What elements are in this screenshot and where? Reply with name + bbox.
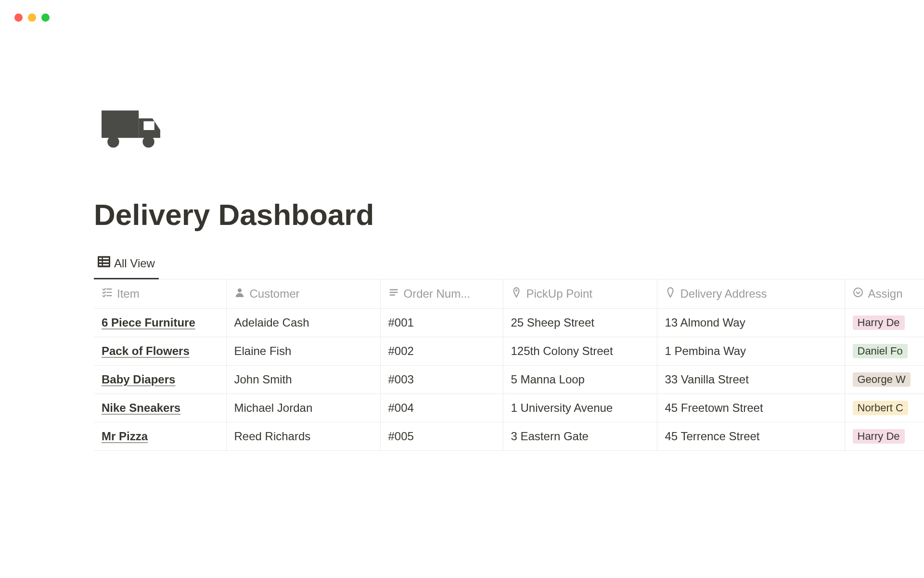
svg-rect-0 xyxy=(102,110,139,138)
cell-delivery[interactable]: 33 Vanilla Street xyxy=(657,366,845,394)
cell-customer[interactable]: Elaine Fish xyxy=(226,337,380,366)
cell-item[interactable]: Nike Sneakers xyxy=(94,394,226,422)
cell-pickup[interactable]: 3 Eastern Gate xyxy=(503,422,657,451)
table-row[interactable]: 6 Piece Furniture Adelaide Cash #001 25 … xyxy=(94,309,924,337)
cell-delivery[interactable]: 45 Terrence Street xyxy=(657,422,845,451)
assignee-tag: Harry De xyxy=(853,315,905,330)
svg-point-2 xyxy=(107,136,119,147)
cell-assigned[interactable]: Norbert C xyxy=(845,394,924,422)
cell-order-number[interactable]: #002 xyxy=(380,337,503,366)
view-tabs: All View xyxy=(94,251,924,279)
pin-icon xyxy=(511,287,522,301)
column-header-customer[interactable]: Customer xyxy=(226,279,380,309)
column-label: Order Num... xyxy=(404,287,471,301)
column-header-order-number[interactable]: Order Num... xyxy=(380,279,503,309)
cell-assigned[interactable]: Harry De xyxy=(845,422,924,451)
svg-point-12 xyxy=(515,289,517,291)
table-row[interactable]: Mr Pizza Reed Richards #005 3 Eastern Ga… xyxy=(94,422,924,451)
assignee-tag: George W xyxy=(853,372,911,387)
cell-item[interactable]: 6 Piece Furniture xyxy=(94,309,226,337)
column-header-item[interactable]: Item xyxy=(94,279,226,309)
cell-delivery[interactable]: 1 Pembina Way xyxy=(657,337,845,366)
column-header-assigned[interactable]: Assign xyxy=(845,279,924,309)
cell-customer[interactable]: Adelaide Cash xyxy=(226,309,380,337)
cell-delivery[interactable]: 13 Almond Way xyxy=(657,309,845,337)
svg-point-8 xyxy=(237,289,241,292)
cell-pickup[interactable]: 1 University Avenue xyxy=(503,394,657,422)
tab-all-view[interactable]: All View xyxy=(94,251,159,279)
table-row[interactable]: Nike Sneakers Michael Jordan #004 1 Univ… xyxy=(94,394,924,422)
minimize-window-button[interactable] xyxy=(28,13,36,22)
column-label: Delivery Address xyxy=(680,287,767,301)
cell-item[interactable]: Mr Pizza xyxy=(94,422,226,451)
cell-order-number[interactable]: #005 xyxy=(380,422,503,451)
cell-customer[interactable]: Michael Jordan xyxy=(226,394,380,422)
cell-assigned[interactable]: Harry De xyxy=(845,309,924,337)
cell-item[interactable]: Baby Diapers xyxy=(94,366,226,394)
svg-rect-1 xyxy=(143,121,154,130)
table-body: 6 Piece Furniture Adelaide Cash #001 25 … xyxy=(94,309,924,451)
cell-order-number[interactable]: #004 xyxy=(380,394,503,422)
svg-rect-4 xyxy=(99,257,110,266)
svg-point-3 xyxy=(142,136,154,147)
column-label: PickUp Point xyxy=(526,287,592,301)
column-label: Assign xyxy=(868,287,903,301)
cell-order-number[interactable]: #001 xyxy=(380,309,503,337)
assignee-tag: Daniel Fo xyxy=(853,344,908,358)
cell-assigned[interactable]: George W xyxy=(845,366,924,394)
checklist-icon xyxy=(102,287,112,301)
truck-icon xyxy=(100,106,162,156)
cell-pickup[interactable]: 5 Manna Loop xyxy=(503,366,657,394)
column-header-pickup[interactable]: PickUp Point xyxy=(503,279,657,309)
svg-point-13 xyxy=(854,288,862,297)
table-row[interactable]: Pack of Flowers Elaine Fish #002 125th C… xyxy=(94,337,924,366)
window-controls xyxy=(14,13,50,22)
dropdown-circle-icon xyxy=(853,287,863,301)
page-title: Delivery Dashboard xyxy=(94,197,924,232)
table-icon xyxy=(98,256,110,271)
close-window-button[interactable] xyxy=(14,13,23,22)
column-header-delivery[interactable]: Delivery Address xyxy=(657,279,845,309)
maximize-window-button[interactable] xyxy=(41,13,50,22)
delivery-table: Item Customer xyxy=(94,279,924,451)
table-row[interactable]: Baby Diapers John Smith #003 5 Manna Loo… xyxy=(94,366,924,394)
cell-item[interactable]: Pack of Flowers xyxy=(94,337,226,366)
assignee-tag: Harry De xyxy=(853,429,905,444)
cell-pickup[interactable]: 25 Sheep Street xyxy=(503,309,657,337)
table-header-row: Item Customer xyxy=(94,279,924,309)
column-label: Item xyxy=(117,287,140,301)
column-label: Customer xyxy=(250,287,300,301)
person-icon xyxy=(234,287,245,301)
cell-customer[interactable]: John Smith xyxy=(226,366,380,394)
text-lines-icon xyxy=(388,287,399,301)
tab-label: All View xyxy=(114,257,155,270)
cell-pickup[interactable]: 125th Colony Street xyxy=(503,337,657,366)
cell-customer[interactable]: Reed Richards xyxy=(226,422,380,451)
location-pin-icon xyxy=(665,287,676,301)
cell-assigned[interactable]: Daniel Fo xyxy=(845,337,924,366)
page-content: Delivery Dashboard All View Item xyxy=(94,120,924,451)
assignee-tag: Norbert C xyxy=(853,401,908,415)
cell-order-number[interactable]: #003 xyxy=(380,366,503,394)
cell-delivery[interactable]: 45 Freetown Street xyxy=(657,394,845,422)
